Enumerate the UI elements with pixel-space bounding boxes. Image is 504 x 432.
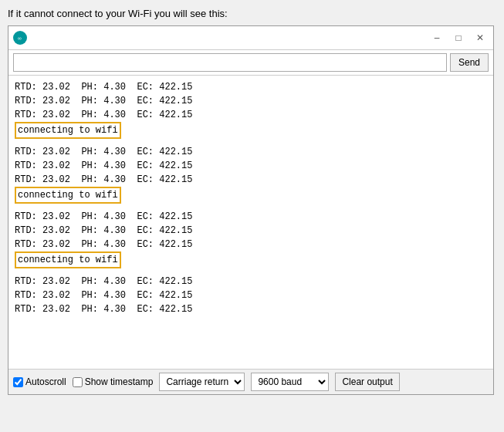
data-output-line: RTD: 23.02 PH: 4.30 EC: 422.15 xyxy=(15,145,487,159)
autoscroll-text: Autoscroll xyxy=(25,376,66,387)
data-output-line: RTD: 23.02 PH: 4.30 EC: 422.15 xyxy=(15,302,487,316)
line-ending-dropdown[interactable]: No line endingNewlineCarriage returnBoth… xyxy=(159,373,245,391)
wifi-output-line: connecting to wifi xyxy=(15,122,487,139)
blank-line xyxy=(15,204,487,210)
minimize-button[interactable]: – xyxy=(428,29,445,46)
autoscroll-label[interactable]: Autoscroll xyxy=(13,376,66,387)
serial-input[interactable] xyxy=(13,53,447,72)
clear-output-button[interactable]: Clear output xyxy=(335,373,399,391)
data-output-line: RTD: 23.02 PH: 4.30 EC: 422.15 xyxy=(15,210,487,224)
data-output-line: RTD: 23.02 PH: 4.30 EC: 422.15 xyxy=(15,108,487,122)
data-output-line: RTD: 23.02 PH: 4.30 EC: 422.15 xyxy=(15,224,487,238)
wifi-highlight: connecting to wifi xyxy=(15,187,121,204)
timestamp-text: Show timestamp xyxy=(85,376,154,387)
status-bar: Autoscroll Show timestamp No line ending… xyxy=(8,369,493,394)
wifi-output-line: connecting to wifi xyxy=(15,251,487,268)
timestamp-checkbox[interactable] xyxy=(73,377,83,387)
svg-text:∞: ∞ xyxy=(18,35,22,41)
close-button[interactable]: ✕ xyxy=(472,29,489,46)
serial-monitor-window: ∞ – □ ✕ Send RTD: 23.02 PH: 4.30 EC: 422… xyxy=(8,25,494,395)
output-area: RTD: 23.02 PH: 4.30 EC: 422.15RTD: 23.02… xyxy=(8,76,493,369)
blank-line xyxy=(15,139,487,145)
blank-line xyxy=(15,268,487,275)
wifi-highlight: connecting to wifi xyxy=(15,122,121,139)
restore-button[interactable]: □ xyxy=(450,29,467,46)
send-button[interactable]: Send xyxy=(450,53,489,72)
data-output-line: RTD: 23.02 PH: 4.30 EC: 422.15 xyxy=(15,94,487,108)
timestamp-label[interactable]: Show timestamp xyxy=(73,376,154,387)
data-output-line: RTD: 23.02 PH: 4.30 EC: 422.15 xyxy=(15,238,487,251)
title-bar: ∞ – □ ✕ xyxy=(8,26,493,50)
wifi-output-line: connecting to wifi xyxy=(15,187,487,204)
input-toolbar: Send xyxy=(8,50,493,76)
autoscroll-checkbox[interactable] xyxy=(13,377,23,387)
wifi-highlight: connecting to wifi xyxy=(15,251,121,268)
data-output-line: RTD: 23.02 PH: 4.30 EC: 422.15 xyxy=(15,275,487,289)
intro-text: If it cannot connect to your Wi-Fi you w… xyxy=(8,8,496,19)
arduino-icon: ∞ xyxy=(13,31,27,45)
data-output-line: RTD: 23.02 PH: 4.30 EC: 422.15 xyxy=(15,80,487,94)
data-output-line: RTD: 23.02 PH: 4.30 EC: 422.15 xyxy=(15,159,487,173)
data-output-line: RTD: 23.02 PH: 4.30 EC: 422.15 xyxy=(15,173,487,187)
data-output-line: RTD: 23.02 PH: 4.30 EC: 422.15 xyxy=(15,289,487,302)
baud-rate-dropdown[interactable]: 300 baud1200 baud2400 baud4800 baud9600 … xyxy=(251,373,329,391)
